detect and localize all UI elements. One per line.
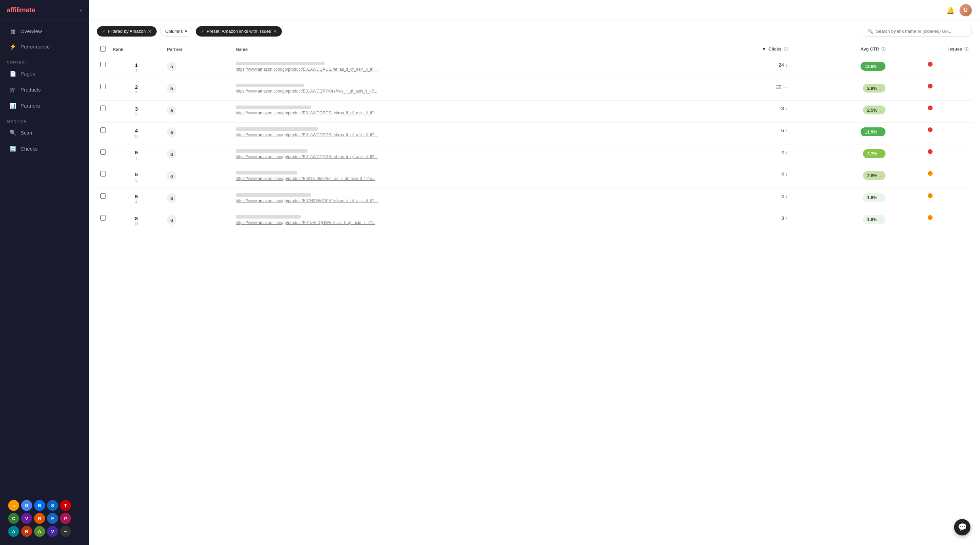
filter-bar: ✓ Filtered by Amazon ✕ Columns ▾ ✓ Prese… — [89, 21, 980, 42]
check-icon: ✓ — [200, 29, 205, 34]
partner-icon-v[interactable]: V — [21, 513, 32, 524]
partner-cell: a — [164, 188, 232, 210]
partner-icon-b[interactable]: B — [34, 500, 45, 511]
rank-main: 1 — [135, 62, 137, 69]
sidebar: affilimate ‹ ▦ Overview ⚡ Performance CO… — [0, 0, 89, 545]
sidebar-item-label: Products — [21, 87, 41, 92]
partner-icon-f[interactable]: F — [47, 513, 58, 524]
partner-icons-grid: a G B S T C V R F P A R A V ··· — [4, 497, 84, 540]
overview-icon: ▦ — [10, 28, 16, 35]
partner-icon: a — [167, 149, 177, 159]
filter-amazon-chip[interactable]: ✓ Filtered by Amazon ✕ — [97, 26, 157, 37]
row-checkbox-cell — [97, 210, 109, 232]
issue-dot — [928, 127, 932, 132]
rank-sub: 7 — [135, 156, 137, 161]
sidebar-item-products[interactable]: 🛒 Products — [3, 82, 86, 97]
row-checkbox[interactable] — [100, 105, 106, 111]
clicks-cell: 3 ↑ — [690, 210, 791, 232]
partner-icon-p[interactable]: P — [60, 513, 71, 524]
partner-icon-amazon[interactable]: a — [8, 500, 19, 511]
partner-cell: a — [164, 79, 232, 101]
rank-main: 3 — [135, 105, 137, 112]
issue-dot — [928, 149, 932, 154]
partner-icon: a — [167, 127, 177, 137]
filter-amazon-close[interactable]: ✕ — [148, 29, 152, 34]
ctr-info-icon[interactable]: ⓘ — [881, 47, 886, 51]
clicks-value: 4 ↓ — [694, 149, 788, 155]
row-checkbox-cell — [97, 166, 109, 188]
sidebar-item-overview[interactable]: ▦ Overview — [3, 24, 86, 38]
columns-caret-icon: ▾ — [185, 29, 187, 34]
partner-cell: a — [164, 123, 232, 145]
name-url-cell: https://www.amazon.com/gp/product/B01AWC… — [232, 145, 690, 166]
clicks-value: 4 ↓ — [694, 193, 788, 199]
col-name: Name — [232, 42, 690, 57]
row-checkbox-cell — [97, 101, 109, 123]
search-box[interactable]: 🔍 — [862, 26, 972, 37]
clicks-info-icon[interactable]: ⓘ — [784, 47, 788, 51]
partner-icon-g[interactable]: G — [21, 500, 32, 511]
issues-info-icon[interactable]: ⓘ — [964, 47, 969, 51]
chat-button[interactable]: 💬 — [954, 519, 970, 535]
rank-cell: 5 7 — [109, 145, 164, 166]
partner-icon-r2[interactable]: R — [21, 526, 32, 537]
partner-icon-s[interactable]: S — [47, 500, 58, 511]
sidebar-item-pages[interactable]: 📄 Pages — [3, 66, 86, 81]
select-all-checkbox[interactable] — [100, 46, 106, 51]
user-avatar[interactable]: U — [959, 4, 972, 16]
issues-cell — [889, 145, 972, 166]
partner-icon-r[interactable]: R — [34, 513, 45, 524]
link-url[interactable]: https://www.amazon.com/gp/product/B01AWC… — [236, 111, 399, 115]
row-checkbox[interactable] — [100, 215, 106, 221]
preset-close-icon[interactable]: ✕ — [273, 29, 277, 34]
link-url[interactable]: https://www.amazon.com/gp/product/B0013J… — [236, 176, 399, 181]
row-checkbox-cell — [97, 57, 109, 79]
sidebar-item-label: Checks — [21, 146, 38, 151]
sidebar-item-label: Scan — [21, 130, 32, 135]
sidebar-item-scan[interactable]: 🔍 Scan — [3, 125, 86, 140]
issues-cell — [889, 188, 972, 210]
rank-cell: 8 10 — [109, 210, 164, 232]
partner-icon-a2[interactable]: A — [8, 526, 19, 537]
preset-chip[interactable]: ✓ Preset: Amazon links with issues ✕ — [196, 26, 282, 37]
row-checkbox[interactable] — [100, 171, 106, 177]
col-avg-ctr: Avg CTR ⓘ — [791, 42, 889, 57]
link-url[interactable]: https://www.amazon.com/gp/product/B01AWC… — [236, 89, 399, 94]
ctr-cell: 12.6% ↓ — [791, 57, 889, 79]
partner-icon-v2[interactable]: V — [47, 526, 58, 537]
search-input[interactable] — [876, 29, 967, 34]
link-url[interactable]: https://www.amazon.com/gp/product/B07H3W… — [236, 198, 399, 203]
sidebar-item-performance[interactable]: ⚡ Performance — [3, 39, 86, 54]
name-url-cell: https://www.amazon.com/gp/product/B01AWC… — [232, 101, 690, 123]
name-url-cell: https://www.amazon.com/gp/product/B07H3W… — [232, 188, 690, 210]
partner-icon-more[interactable]: ··· — [60, 526, 71, 537]
link-url[interactable]: https://www.amazon.com/gp/product/B01AWC… — [236, 67, 399, 72]
ctr-cell: 1.6% ↓ — [791, 188, 889, 210]
sidebar-item-partners[interactable]: 📊 Partners — [3, 98, 86, 113]
notifications-bell[interactable]: 🔔 — [946, 6, 955, 14]
link-url[interactable]: https://www.amazon.com/gp/product/B015R0… — [236, 220, 399, 225]
rank-sub: 15 — [134, 134, 138, 140]
link-url[interactable]: https://www.amazon.com/gp/product/B01AWC… — [236, 155, 399, 159]
partner-cell: a — [164, 57, 232, 79]
issue-dot — [928, 215, 932, 220]
issue-dot — [928, 62, 932, 67]
clicks-value: 6 ↑ — [694, 127, 788, 133]
row-checkbox[interactable] — [100, 149, 106, 155]
partner-icon-a3[interactable]: A — [34, 526, 45, 537]
links-table-wrapper: Rank Partner Name ▼ Clicks ⓘ Avg CTR ⓘ I… — [89, 42, 980, 545]
content-section-label: CONTENT — [0, 55, 89, 65]
row-checkbox[interactable] — [100, 127, 106, 133]
row-checkbox[interactable] — [100, 62, 106, 67]
sidebar-item-checks[interactable]: 🔄 Checks — [3, 141, 86, 156]
row-checkbox[interactable] — [100, 84, 106, 89]
columns-label: Columns — [165, 29, 183, 34]
row-checkbox[interactable] — [100, 193, 106, 199]
link-url[interactable]: https://www.amazon.com/gp/product/B01AWC… — [236, 132, 399, 137]
partner-icon-t[interactable]: T — [60, 500, 71, 511]
partner-icon: a — [167, 193, 177, 203]
collapse-button[interactable]: ‹ — [80, 6, 82, 14]
partner-icon-c[interactable]: C — [8, 513, 19, 524]
table-row: 1 1 a https://www.amazon.com/gp/product/… — [97, 57, 972, 79]
columns-button[interactable]: Columns ▾ — [160, 26, 192, 37]
